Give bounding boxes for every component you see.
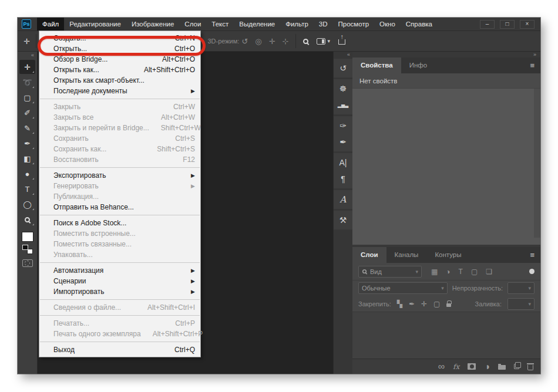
menu-item-поиск-в-adobe-stock[interactable]: Поиск в Adobe Stock...: [39, 218, 200, 228]
3d-roll-icon[interactable]: ◎: [255, 37, 261, 46]
menu-item-импортировать[interactable]: Импортировать▶: [39, 286, 200, 297]
delete-layer-icon[interactable]: [527, 365, 533, 370]
link-layers-icon[interactable]: ∞: [438, 361, 445, 372]
share-button[interactable]: [338, 36, 345, 47]
lock-artboard-icon[interactable]: ▢: [433, 300, 440, 308]
menubar-item-1[interactable]: Редактирование: [64, 18, 126, 31]
workspace-switcher[interactable]: ▾: [317, 38, 330, 45]
character-panel-icon[interactable]: A|: [334, 154, 352, 171]
menu-item-открыть-как[interactable]: Открыть как...Alt+Shift+Ctrl+O: [39, 65, 200, 75]
menubar-item-5[interactable]: Выделение: [234, 18, 280, 31]
quick-mask-button[interactable]: [22, 259, 33, 267]
glyphs-panel-icon[interactable]: A: [334, 191, 352, 208]
3d-orbit-icon[interactable]: ↺: [241, 37, 248, 46]
menubar-item-9[interactable]: Окно: [374, 18, 401, 31]
menu-item-экспортировать[interactable]: Экспортировать▶: [39, 170, 200, 181]
menu-separator: [40, 262, 200, 263]
add-layer-mask-icon[interactable]: [468, 363, 476, 370]
menubar-item-0[interactable]: Файл: [37, 18, 64, 31]
layer-effects-icon[interactable]: fx: [453, 363, 459, 371]
crop-tool[interactable]: ▢: [19, 90, 35, 104]
menubar-item-8[interactable]: Просмотр: [333, 18, 375, 31]
menu-item-label: Открыть...: [53, 45, 87, 53]
fill-select[interactable]: ▾: [507, 298, 535, 310]
fill-tool[interactable]: ◧: [19, 151, 35, 165]
3d-pan-icon[interactable]: ✛: [269, 37, 275, 46]
color-swatches[interactable]: [22, 245, 33, 254]
tab-контуры[interactable]: Контуры: [426, 247, 469, 263]
menu-item-обзор-в-bridge[interactable]: Обзор в Bridge...Alt+Ctrl+O: [39, 54, 200, 65]
histogram-panel-icon[interactable]: ▂▅▃: [334, 97, 352, 113]
panel-menu-icon[interactable]: ≡: [530, 247, 540, 263]
lock-position-icon[interactable]: ✛: [421, 300, 427, 308]
type-tool[interactable]: T: [19, 182, 35, 196]
layers-bottom-bar: ∞fx◑: [352, 359, 540, 374]
brush-tool[interactable]: ✒: [19, 136, 35, 150]
brushes-panel-icon[interactable]: ✒: [334, 134, 352, 150]
menu-item-открыть-как-смарт-объект[interactable]: Открыть как смарт-объект...: [39, 75, 200, 86]
filter-adjustment-layers-icon[interactable]: ◑: [446, 268, 450, 276]
history-panel-icon[interactable]: ↺: [334, 60, 352, 76]
menubar-item-7[interactable]: 3D: [314, 18, 333, 31]
3d-mode-label: 3D-режим:: [207, 38, 239, 45]
blend-mode-select[interactable]: Обычные ▾: [358, 282, 448, 294]
menubar-item-4[interactable]: Текст: [206, 18, 234, 31]
menu-item-выход[interactable]: ВыходCtrl+Q: [39, 344, 200, 355]
minimize-button[interactable]: –: [480, 20, 495, 29]
adjustment-layer-icon[interactable]: ◑: [484, 361, 490, 372]
page-background: Ps ФайлРедактированиеИзображениеСлоиТекс…: [0, 0, 558, 392]
scrollbar[interactable]: [534, 89, 540, 238]
toolbar-collapse-icon[interactable]: «: [18, 52, 37, 59]
filter-smart-objects-icon[interactable]: ❏: [486, 268, 492, 276]
share-icon: [338, 39, 345, 45]
filtering-toggle[interactable]: [529, 269, 535, 274]
search-button[interactable]: [303, 36, 308, 46]
tab-слои[interactable]: Слои: [352, 247, 386, 263]
menubar-item-2[interactable]: Изображение: [126, 18, 179, 31]
lock-transparency-icon[interactable]: ▚: [397, 300, 402, 308]
maximize-button[interactable]: □: [500, 20, 515, 29]
panels-collapse-icon[interactable]: »: [533, 52, 536, 58]
pencil-tool[interactable]: ✎: [19, 121, 35, 135]
3d-slide-icon[interactable]: ⊹: [283, 37, 289, 46]
lock-pixels-icon[interactable]: ✒: [409, 300, 415, 308]
menubar-item-3[interactable]: Слои: [179, 18, 206, 31]
filter-type-layers-icon[interactable]: T: [459, 268, 463, 276]
strip-collapse-icon[interactable]: «: [334, 52, 352, 59]
zoom-tool[interactable]: [19, 212, 35, 227]
layer-filter-select[interactable]: Вид ▾: [358, 266, 422, 278]
panel-menu-icon[interactable]: ≡: [530, 58, 540, 73]
tab-каналы[interactable]: Каналы: [386, 247, 427, 263]
menu-item-закрыть: ЗакрытьCtrl+W: [39, 102, 200, 112]
menubar-item-10[interactable]: Справка: [401, 18, 438, 31]
tool-presets-panel-icon[interactable]: ⚒: [334, 212, 352, 228]
tab-свойства[interactable]: Свойства: [352, 58, 401, 73]
layers-list[interactable]: [352, 312, 540, 359]
menu-item-отправить-на-behance[interactable]: Отправить на Behance...: [39, 202, 200, 212]
menu-item-автоматизация[interactable]: Автоматизация▶: [39, 265, 200, 276]
paragraph-panel-icon[interactable]: ¶: [334, 171, 352, 187]
tab-инфо[interactable]: Инфо: [401, 58, 435, 73]
filter-shape-layers-icon[interactable]: ▢: [471, 268, 478, 276]
lasso-tool[interactable]: ➰: [19, 75, 35, 89]
new-group-icon[interactable]: [498, 365, 506, 370]
strip-group: ☸▂▅▃: [334, 79, 352, 114]
layers-filter-row: Вид ▾ ▦◑T▢❏: [352, 263, 540, 281]
navigator-panel-icon[interactable]: ☸: [334, 80, 352, 97]
dodge-tool[interactable]: ●: [19, 167, 35, 181]
opacity-select[interactable]: ▾: [507, 282, 535, 294]
shape-tool[interactable]: ◯: [19, 197, 35, 211]
filter-pixel-layers-icon[interactable]: ▦: [431, 268, 438, 276]
close-button[interactable]: ×: [520, 20, 535, 29]
menu-item-сценарии[interactable]: Сценарии▶: [39, 276, 200, 286]
lock-all-icon[interactable]: [446, 303, 451, 307]
foreground-color-swatch[interactable]: [22, 232, 33, 242]
menu-item-создать[interactable]: Создать...Ctrl+N: [39, 33, 200, 43]
move-tool[interactable]: ✛: [19, 60, 35, 74]
menubar-item-6[interactable]: Фильтр: [280, 18, 314, 31]
eyedropper-tool[interactable]: ✐: [19, 106, 35, 120]
brush-settings-panel-icon[interactable]: ✑: [334, 117, 352, 134]
menu-item-последние-документы[interactable]: Последние документы▶: [39, 86, 200, 96]
menu-item-открыть[interactable]: Открыть...Ctrl+O: [39, 43, 200, 54]
new-layer-icon[interactable]: [514, 364, 519, 369]
